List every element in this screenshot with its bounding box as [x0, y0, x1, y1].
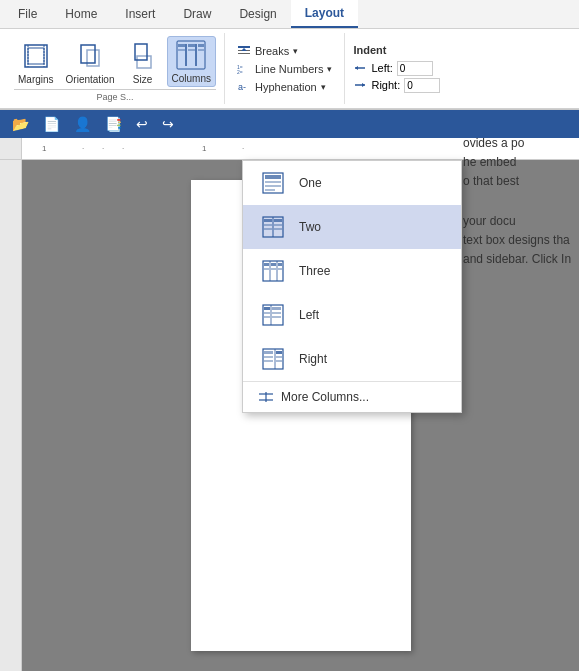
size-icon [127, 40, 159, 72]
tab-draw[interactable]: Draw [169, 0, 225, 28]
indent-left-row: Left: [353, 60, 440, 77]
hyphenation-item[interactable]: a- Hyphenation ▾ [233, 78, 336, 96]
ruler-mark-3: · [102, 144, 104, 153]
breaks-label: Breaks [255, 45, 289, 57]
ruler-side [0, 138, 22, 159]
tab-file[interactable]: File [4, 0, 51, 28]
tab-layout[interactable]: Layout [291, 0, 358, 28]
breaks-chevron: ▾ [293, 46, 298, 56]
indent-right-input[interactable] [404, 78, 440, 93]
svg-rect-19 [238, 53, 250, 54]
svg-marker-25 [355, 66, 358, 70]
qat-doc-icon[interactable]: 📑 [101, 114, 126, 134]
svg-rect-44 [264, 263, 269, 266]
svg-rect-39 [264, 228, 272, 230]
svg-rect-29 [265, 175, 281, 179]
tab-design[interactable]: Design [225, 0, 290, 28]
svg-rect-65 [276, 360, 282, 362]
svg-text:2=: 2= [237, 69, 243, 75]
ruler-mark-4: · [122, 144, 124, 153]
column-three-icon [259, 257, 287, 285]
svg-rect-12 [188, 44, 195, 47]
indent-left-icon [353, 61, 367, 75]
qat-folder-icon[interactable]: 📂 [8, 114, 33, 134]
doc-text-line-5: text box designs tha [463, 231, 575, 250]
svg-rect-14 [178, 49, 185, 51]
dropdown-item-three[interactable]: Three [243, 249, 461, 293]
svg-rect-48 [271, 268, 276, 270]
svg-rect-55 [272, 312, 281, 314]
margins-button[interactable]: Margins [14, 38, 58, 87]
svg-rect-16 [198, 49, 204, 51]
ribbon: File Home Insert Draw Design Layout [0, 0, 579, 110]
size-label: Size [133, 74, 152, 85]
line-numbers-icon: 1= 2= [237, 62, 251, 76]
svg-rect-13 [198, 44, 204, 47]
breaks-item[interactable]: Breaks ▾ [233, 42, 336, 60]
svg-rect-1 [28, 48, 44, 64]
svg-rect-15 [188, 49, 195, 51]
svg-rect-32 [265, 189, 275, 191]
qat-redo-icon[interactable]: ↪ [158, 114, 178, 134]
columns-dropdown: One Two [242, 160, 462, 413]
qat-person-icon[interactable]: 👤 [70, 114, 95, 134]
svg-rect-35 [264, 219, 272, 222]
svg-rect-52 [264, 307, 270, 310]
dropdown-label-one: One [299, 176, 322, 190]
tab-insert[interactable]: Insert [111, 0, 169, 28]
ribbon-group-page: Breaks ▾ 1= 2= Line Numbers ▾ a- Hyphena… [225, 33, 345, 104]
svg-rect-40 [274, 228, 282, 230]
svg-rect-49 [278, 268, 282, 270]
dropdown-label-two: Two [299, 220, 321, 234]
svg-rect-54 [264, 312, 270, 314]
column-one-icon [259, 169, 287, 197]
margins-buttons: Margins Orientation [14, 35, 216, 87]
svg-rect-57 [272, 316, 281, 318]
dropdown-label-three: Three [299, 264, 330, 278]
column-two-icon [259, 213, 287, 241]
ruler-mark-1: 1 [42, 144, 46, 153]
doc-text-line-4: your docu [463, 212, 575, 231]
more-columns-icon [259, 392, 273, 402]
qat-new-icon[interactable]: 📄 [39, 114, 64, 134]
orientation-button[interactable]: Orientation [62, 38, 119, 87]
line-numbers-item[interactable]: 1= 2= Line Numbers ▾ [233, 60, 336, 78]
dropdown-item-left[interactable]: Left [243, 293, 461, 337]
svg-rect-31 [265, 185, 281, 187]
svg-rect-64 [264, 360, 273, 362]
svg-rect-17 [238, 46, 250, 48]
svg-rect-37 [264, 224, 272, 226]
doc-left-ruler [0, 160, 22, 671]
ruler-mark-2: · [82, 144, 84, 153]
breaks-icon [237, 44, 251, 58]
hyphenation-chevron: ▾ [321, 82, 326, 92]
ribbon-content-area: Margins Orientation [0, 29, 579, 109]
svg-rect-62 [264, 356, 273, 358]
page-setup-label: Page S... [14, 89, 216, 102]
indent-left-input[interactable] [397, 61, 433, 76]
svg-rect-46 [278, 263, 282, 266]
tab-home[interactable]: Home [51, 0, 111, 28]
indent-heading: Indent [353, 44, 440, 56]
ribbon-tab-bar: File Home Insert Draw Design Layout [0, 0, 579, 29]
orientation-icon [74, 40, 106, 72]
dropdown-more-columns[interactable]: More Columns... [243, 381, 461, 412]
dropdown-item-two[interactable]: Two [243, 205, 461, 249]
dropdown-label-right: Right [299, 352, 327, 366]
svg-rect-45 [271, 263, 276, 266]
svg-rect-47 [264, 268, 269, 270]
svg-rect-36 [274, 219, 282, 222]
size-button[interactable]: Size [123, 38, 163, 87]
dropdown-label-left: Left [299, 308, 319, 322]
indent-left-label: Left: [371, 62, 392, 74]
qat-undo-icon[interactable]: ↩ [132, 114, 152, 134]
columns-button[interactable]: Columns [167, 36, 216, 87]
svg-rect-38 [274, 224, 282, 226]
dropdown-item-right[interactable]: Right [243, 337, 461, 381]
svg-marker-20 [241, 48, 247, 51]
svg-rect-63 [276, 356, 282, 358]
column-right-icon [259, 345, 287, 373]
svg-rect-56 [264, 316, 270, 318]
hyphenation-icon: a- [237, 80, 251, 94]
dropdown-item-one[interactable]: One [243, 161, 461, 205]
